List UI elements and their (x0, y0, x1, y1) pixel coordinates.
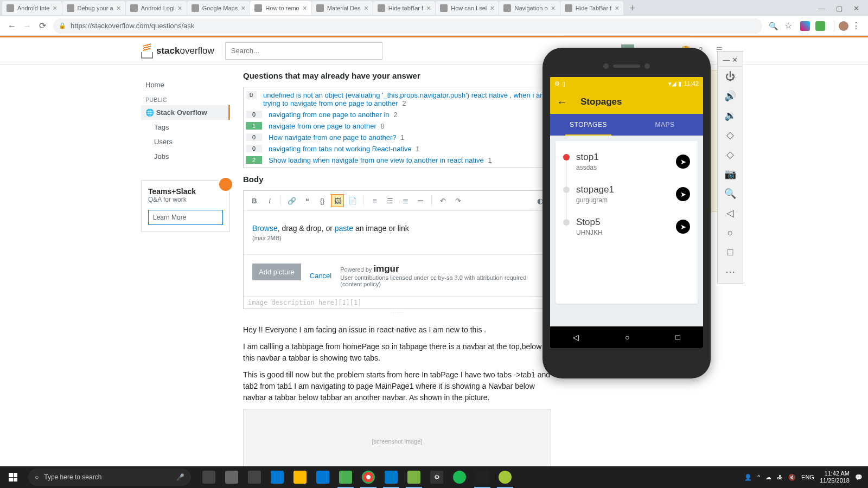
nav-stack-overflow[interactable]: 🌐 Stack Overflow (141, 105, 230, 120)
browser-tab[interactable]: Hide tabBar f× (373, 1, 435, 15)
stop-item[interactable]: Stop5UHNJKH➤ (556, 210, 698, 243)
search-input[interactable] (225, 42, 382, 60)
browser-tab[interactable]: Google Maps× (187, 1, 250, 15)
taskbar-app[interactable] (289, 466, 311, 488)
bold-button[interactable]: B (248, 194, 261, 207)
suggestion-item[interactable]: 1navigate from one page to another 8 (246, 120, 548, 132)
browser-tab[interactable]: Material Des× (312, 1, 373, 15)
browse-link[interactable]: Browse (252, 224, 278, 233)
menu-button[interactable]: ⋮ (848, 18, 864, 34)
add-picture-button[interactable]: Add picture (252, 264, 301, 280)
task-view-button[interactable] (197, 466, 220, 488)
minimize-button[interactable]: — (818, 4, 825, 12)
browser-tab[interactable]: Navigation o× (499, 1, 559, 15)
profile-avatar[interactable] (839, 21, 848, 31)
italic-button[interactable]: I (263, 194, 276, 207)
url-bar[interactable]: 🔒 https://stackoverflow.com/questions/as… (53, 18, 762, 34)
extension-icon[interactable] (815, 21, 825, 31)
image-button[interactable]: 🖼 (331, 194, 344, 207)
tab-stopages[interactable]: STOPAGES (550, 114, 627, 136)
start-button[interactable] (0, 466, 26, 488)
tab-close-icon[interactable]: × (303, 4, 307, 12)
paste-link[interactable]: paste (335, 224, 353, 233)
suggestion-item[interactable]: 0navigating from one page to another in … (246, 109, 548, 120)
tab-close-icon[interactable]: × (241, 4, 245, 12)
close-button[interactable]: ✕ (853, 4, 859, 12)
tray-language[interactable]: ENG (801, 474, 814, 480)
new-tab-button[interactable]: + (624, 3, 641, 14)
navigate-icon[interactable]: ➤ (676, 187, 690, 201)
navigate-icon[interactable]: ➤ (676, 220, 690, 234)
emu-overview-button[interactable]: □ (718, 242, 743, 262)
code-button[interactable]: {} (316, 194, 329, 207)
rotate-right-button[interactable]: ◇ (718, 145, 743, 164)
emu-back-button[interactable]: ◁ (718, 203, 743, 223)
browser-tab[interactable]: Android Logi× (126, 1, 187, 15)
suggestion-item[interactable]: 0navigating from tabs not working React-… (246, 143, 548, 155)
nav-recent[interactable]: □ (675, 333, 680, 342)
taskbar-app[interactable] (334, 466, 357, 488)
tab-close-icon[interactable]: × (178, 4, 182, 12)
taskbar-app[interactable] (403, 466, 425, 488)
taskbar-app[interactable] (311, 466, 334, 488)
extension-icon[interactable] (800, 21, 810, 31)
back-button[interactable]: ← (4, 18, 20, 34)
tray-people-icon[interactable]: 👤 (744, 474, 752, 481)
zoom-button[interactable]: 🔍 (718, 184, 743, 203)
suggestion-item[interactable]: 0How navigate from one page to another? … (246, 132, 548, 143)
tab-close-icon[interactable]: × (117, 4, 121, 12)
taskbar-android-studio[interactable] (494, 466, 516, 488)
taskbar-vscode[interactable] (380, 466, 403, 488)
hr-button[interactable]: ═ (414, 194, 427, 207)
heading-button[interactable]: ≣ (399, 194, 412, 207)
redo-button[interactable]: ↷ (451, 194, 464, 207)
mic-icon[interactable]: 🎤 (176, 473, 184, 481)
taskbar-terminal[interactable] (471, 466, 494, 488)
browser-tab[interactable]: Hide TabBar f× (560, 1, 624, 15)
undo-button[interactable]: ↶ (436, 194, 449, 207)
suggestion-item[interactable]: 0undefined is not an object (evaluating … (246, 89, 548, 109)
tab-close-icon[interactable]: × (364, 4, 368, 12)
snippet-button[interactable]: 📄 (346, 194, 359, 207)
learn-more-button[interactable]: Learn More (148, 210, 223, 225)
tray-chevron[interactable]: ^ (757, 474, 760, 480)
taskbar-settings[interactable]: ⚙ (425, 466, 448, 488)
camera-button[interactable]: 📷 (718, 164, 743, 184)
tray-clock[interactable]: 11:42 AM 11/25/2018 (820, 470, 850, 484)
nav-users[interactable]: Users (141, 134, 230, 149)
browser-tab[interactable]: Debug your a× (62, 1, 125, 15)
power-button[interactable]: ⏻ (718, 67, 743, 86)
stop-item[interactable]: stop1assdas➤ (556, 145, 698, 178)
volume-down-button[interactable]: 🔉 (718, 106, 743, 125)
suggestions-list[interactable]: 0undefined is not an object (evaluating … (243, 87, 551, 168)
upload-dropzone[interactable]: Browse, drag & drop, or paste an image o… (244, 211, 551, 254)
rotate-left-button[interactable]: ◇ (718, 125, 743, 145)
emu-close[interactable]: ✕ (732, 56, 738, 64)
nav-back[interactable]: ◁ (573, 333, 579, 342)
back-arrow[interactable]: ← (557, 96, 567, 108)
zoom-icon[interactable]: 🔍 (765, 18, 781, 34)
tab-close-icon[interactable]: × (615, 4, 619, 12)
stops-list[interactable]: stop1assdas➤stopage1gurgugram➤Stop5UHNJK… (556, 141, 698, 304)
reload-button[interactable]: ⟳ (35, 18, 50, 34)
nav-jobs[interactable]: Jobs (141, 149, 230, 164)
taskbar-app[interactable] (266, 466, 289, 488)
suggestion-item[interactable]: 2Show loading when navigate from one vie… (246, 155, 548, 166)
cancel-link[interactable]: Cancel (310, 272, 331, 280)
volume-up-button[interactable]: 🔊 (718, 86, 743, 106)
tab-close-icon[interactable]: × (53, 4, 57, 12)
tray-volume-icon[interactable]: 🔇 (788, 474, 796, 481)
bookmark-icon[interactable]: ☆ (781, 18, 796, 34)
taskbar-app[interactable] (243, 466, 266, 488)
emu-more-button[interactable]: ⋯ (718, 262, 743, 281)
ulist-button[interactable]: ☰ (384, 194, 397, 207)
nav-home[interactable]: Home (141, 78, 230, 92)
browser-tab[interactable]: How can I sel× (436, 1, 499, 15)
tray-network-icon[interactable]: 🖧 (777, 474, 783, 480)
tab-maps[interactable]: MAPS (627, 114, 703, 136)
navigate-icon[interactable]: ➤ (676, 155, 690, 169)
resize-handle[interactable]: :::::: (243, 309, 551, 316)
taskbar-app[interactable] (448, 466, 471, 488)
tab-close-icon[interactable]: × (426, 4, 431, 12)
forward-button[interactable]: → (20, 18, 35, 34)
